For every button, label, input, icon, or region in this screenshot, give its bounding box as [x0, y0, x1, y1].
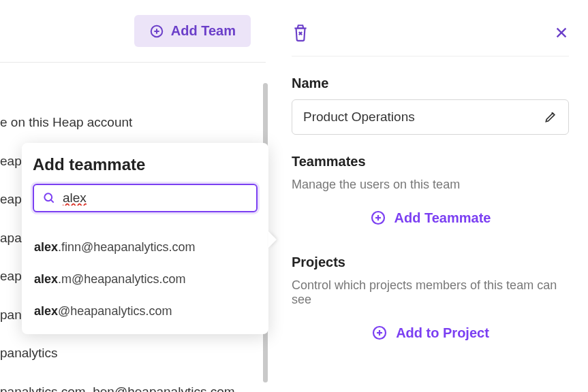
add-teammate-button[interactable]: Add Teammate [292, 210, 569, 226]
teammates-sub: Manage the users on this team [292, 178, 569, 192]
teammates-label: Teammates [292, 154, 569, 169]
popover-pointer [268, 231, 277, 248]
name-label: Name [292, 76, 569, 91]
list-item: e on this Heap account [0, 103, 266, 142]
add-to-project-button[interactable]: Add to Project [292, 325, 569, 341]
list-item: panalytics.com, ben@heapanalytics.com [0, 373, 266, 393]
pencil-icon[interactable] [544, 110, 557, 124]
add-teammate-popover: Add teammate alex.finn@heapanalytics.com… [22, 143, 268, 334]
popover-title: Add teammate [33, 155, 258, 174]
search-results: alex.finn@heapanalytics.com alex.m@heapa… [33, 231, 258, 327]
projects-label: Projects [292, 255, 569, 270]
search-result[interactable]: alex.finn@heapanalytics.com [33, 231, 258, 263]
plus-circle-icon [371, 325, 388, 341]
svg-point-3 [44, 193, 52, 201]
plus-circle-icon [370, 210, 386, 226]
add-to-project-label: Add to Project [396, 325, 489, 341]
search-input[interactable] [63, 191, 248, 206]
close-icon[interactable] [554, 25, 569, 40]
trash-icon[interactable] [292, 23, 309, 42]
list-item: panalytics [0, 334, 266, 373]
projects-sub: Control which projects members of this t… [292, 278, 569, 307]
name-value: Product Operations [303, 110, 415, 125]
search-box[interactable] [33, 184, 258, 212]
detail-panel: Name Product Operations Teammates Manage… [273, 0, 588, 392]
search-result[interactable]: alex.m@heapanalytics.com [33, 263, 258, 295]
add-teammate-label: Add Teammate [394, 210, 491, 226]
name-field[interactable]: Product Operations [292, 99, 569, 135]
search-icon [42, 191, 56, 205]
add-team-button[interactable]: Add Team [134, 15, 251, 47]
plus-circle-icon [149, 24, 164, 39]
header-row: Add Team [0, 0, 266, 63]
svg-line-4 [51, 200, 54, 203]
add-team-label: Add Team [171, 23, 236, 39]
search-result[interactable]: alex@heapanalytics.com [33, 295, 258, 327]
